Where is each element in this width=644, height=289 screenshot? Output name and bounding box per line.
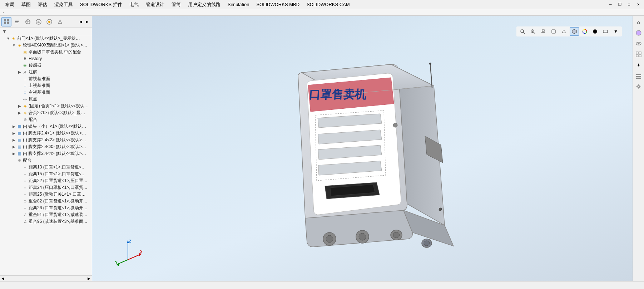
left-panel-scrollbar: ◀ ▶ — [0, 275, 92, 281]
tree-item-hinge2[interactable]: ▶ ◈ 合页2<1> (默认<<默认>_显… — [0, 109, 92, 116]
rp-display-btn[interactable] — [634, 28, 644, 38]
tree-item-qianmen[interactable]: ▼ ◈ 前门<1> (默认<<默认>_显示状… — [0, 35, 92, 42]
close-button[interactable]: ✕ — [634, 1, 643, 8]
svg-rect-58 — [639, 55, 641, 57]
label-foot3: (-) 脚支撑2.4<3> (默认<<默认>… — [23, 144, 86, 150]
icon-dist15: ↔ — [22, 171, 28, 177]
label-jiaolian: 铰链40X40X5装配图<1> (默认<… — [23, 42, 87, 48]
toggle-foot3[interactable]: ▶ — [11, 144, 16, 150]
toggle-annotation[interactable]: ▶ — [17, 70, 22, 75]
icon-front-plane: □ — [22, 76, 28, 82]
tree-item-foot3[interactable]: ▶ ▦ (-) 脚支撑2.4<3> (默认<<默认>… — [0, 143, 92, 150]
rp-eye-btn[interactable] — [634, 39, 644, 49]
tree-item-lock[interactable]: ▶ ▦ (-) 锁头（小）<1> (默认<<默认… — [0, 123, 92, 130]
feature-tree[interactable]: ▼ ◈ 前门<1> (默认<<默认>_显示状… ▼ ◈ 铰链40X40X5装配图… — [0, 35, 92, 275]
tree-item-history[interactable]: H History — [0, 55, 92, 62]
maximize-button[interactable]: □ — [625, 1, 633, 8]
status-bar — [0, 281, 644, 289]
toggle-hinge2[interactable]: ▶ — [17, 111, 22, 116]
tree-item-foot2[interactable]: ▶ ▦ (-) 脚支撑2.4<2> (默认<<默认>… — [0, 137, 92, 143]
toggle-qianmen[interactable]: ▼ — [6, 36, 11, 41]
menu-user-lines[interactable]: 用户定义的线路 — [184, 1, 224, 9]
window-controls: ─ ❐ □ ✕ — [606, 1, 643, 8]
svg-text:Z: Z — [129, 239, 131, 243]
toggle-hinge1[interactable]: ▶ — [17, 104, 22, 109]
rp-layers-btn[interactable] — [634, 71, 644, 81]
toggle-desktop[interactable] — [17, 50, 22, 55]
tree-item-mate1[interactable]: ⊕ 配合 — [0, 116, 92, 123]
rp-home-btn[interactable]: ⌂ — [634, 17, 644, 27]
dime-expert-tab[interactable]: ⊕ — [34, 17, 44, 26]
toggle-jiaolian[interactable]: ▼ — [11, 43, 16, 48]
label-mate1: 配合 — [29, 117, 37, 123]
menu-piping[interactable]: 管道设计 — [142, 1, 168, 9]
tree-item-dist15[interactable]: ↔ 距离15 (口罩<1>,口罩货道<… — [0, 171, 92, 177]
tree-item-dist25[interactable]: ↔ 距离25 (微动开关1<1>,口罩… — [0, 191, 92, 198]
rp-star-btn[interactable]: ✦ — [634, 60, 644, 70]
label-dist24: 距离24 (压口罩板<1>,口罩货… — [29, 185, 88, 191]
tree-item-desktop-folder[interactable]: ▣ 卓面级口罩售卖机 中的配合 — [0, 49, 92, 55]
scroll-right[interactable]: ▶ — [86, 276, 92, 281]
tree-item-origin[interactable]: ⊹ 原点 — [0, 96, 92, 103]
tree-item-coincide82[interactable]: ⊙ 重合82 (口罩货道<1>,微动开… — [0, 198, 92, 205]
model-display-area[interactable]: 口罩售卖机 — [110, 26, 615, 270]
3d-viewport[interactable]: ▼ — [92, 16, 633, 281]
feature-tree-tab[interactable] — [1, 17, 11, 26]
svg-point-32 — [429, 63, 431, 65]
svg-rect-59 — [636, 74, 641, 75]
menu-sw-plugins[interactable]: SOLIDWORKS 插件 — [76, 1, 126, 9]
tree-item-mate2[interactable]: ⊕ 配合 — [0, 157, 92, 164]
icon-dist24: ↔ — [22, 185, 28, 191]
toggle-history[interactable] — [17, 56, 22, 61]
label-dist26: 距离26 (口罩货道<1>,微动开… — [29, 205, 88, 211]
rp-settings-btn[interactable] — [634, 82, 644, 92]
appearance-tab[interactable] — [44, 17, 54, 26]
toggle-lock[interactable]: ▶ — [11, 124, 16, 129]
icon-coincide95: ∠ — [22, 219, 28, 225]
tree-item-foot1[interactable]: ▶ ▦ (-) 脚支撑2.4<1> (默认<<默认>… — [0, 130, 92, 137]
tree-item-dist26[interactable]: ↔ 距离26 (口罩货道<1>,微动开… — [0, 205, 92, 211]
minimize-button[interactable]: ─ — [606, 1, 615, 8]
tree-item-hinge1[interactable]: ▶ ◈ (固定) 合页1<1> (默认<<默认… — [0, 103, 92, 109]
label-dist25: 距离25 (微动开关1<1>,口罩… — [29, 191, 85, 197]
tree-item-annotation[interactable]: ▶ A 注解 — [0, 69, 92, 75]
icon-mate1: ⊕ — [22, 117, 28, 123]
toggle-foot4[interactable]: ▶ — [11, 151, 16, 156]
config-tab[interactable] — [23, 17, 33, 26]
label-front-plane: 前视基准面 — [29, 76, 50, 82]
tree-item-front-plane[interactable]: □ 前视基准面 — [0, 75, 92, 82]
nav-left[interactable]: ◀ — [78, 19, 84, 25]
restore-button[interactable]: ❐ — [615, 1, 624, 8]
menu-layout[interactable]: 布局 — [1, 1, 18, 9]
property-tab[interactable] — [12, 17, 22, 26]
menu-simulation[interactable]: Simulation — [224, 1, 253, 8]
left-panel: ⊕ ◀ ▶ ▼ ▼ ◈ 前门<1> (默认<<默认>_显示状… — [0, 16, 92, 281]
icon-coincide91: ∠ — [22, 212, 28, 218]
tree-item-dist22[interactable]: ↔ 距离22 (口罩货道<1>,压口罩… — [0, 177, 92, 184]
rp-grid-btn[interactable] — [634, 49, 644, 59]
menu-sw-mbd[interactable]: SOLIDWORKS MBD — [253, 1, 303, 8]
menu-render[interactable]: 渲染工具 — [51, 1, 76, 9]
toggle-foot2[interactable]: ▶ — [11, 138, 16, 143]
tree-item-dist24[interactable]: ↔ 距离24 (压口罩板<1>,口罩货… — [0, 184, 92, 191]
menu-sw-cam[interactable]: SOLIDWORKS CAM — [303, 1, 353, 8]
toggle-foot1[interactable]: ▶ — [11, 131, 16, 136]
tree-item-coincide95[interactable]: ∠ 重合95 (减速装置<3>,基准面… — [0, 218, 92, 225]
menu-electrical[interactable]: 电气 — [126, 1, 142, 9]
hscroll-track[interactable] — [6, 276, 86, 281]
nav-right[interactable]: ▶ — [84, 19, 90, 25]
svg-point-30 — [393, 123, 397, 127]
tree-item-dist13[interactable]: ↔ 距离13 (口罩<1>,口罩货道<… — [0, 164, 92, 171]
tree-item-sensor[interactable]: ◉ 传感器 — [0, 62, 92, 69]
custom-tab[interactable] — [55, 17, 65, 26]
tree-item-right-plane[interactable]: □ 右视基准面 — [0, 89, 92, 96]
tree-item-foot4[interactable]: ▶ ▦ (-) 脚支撑2.4<4> (默认<<默认>… — [0, 150, 92, 157]
menu-tube[interactable]: 管筒 — [168, 1, 184, 9]
label-origin: 原点 — [29, 96, 37, 102]
tree-item-coincide91[interactable]: ∠ 重合91 (口罩货道<1>,减速装… — [0, 211, 92, 218]
tree-item-top-plane[interactable]: □ 上视基准面 — [0, 82, 92, 89]
menu-evaluate[interactable]: 评估 — [34, 1, 51, 9]
scroll-left[interactable]: ◀ — [0, 276, 6, 281]
menu-sketch[interactable]: 草图 — [18, 1, 34, 9]
tree-item-jiaolian[interactable]: ▼ ◈ 铰链40X40X5装配图<1> (默认<… — [0, 42, 92, 49]
